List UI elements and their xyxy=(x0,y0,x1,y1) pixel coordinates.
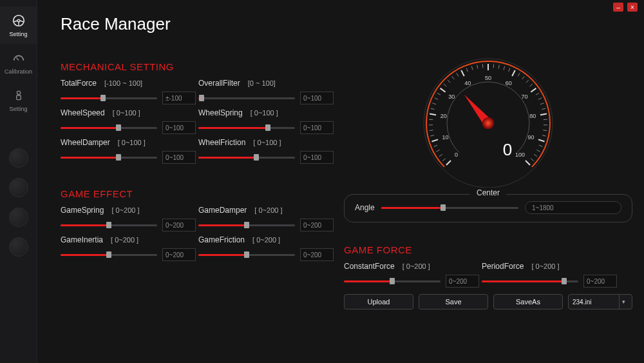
file-select-value: 234.ini xyxy=(573,299,591,306)
gamedamper-slider[interactable] xyxy=(198,220,295,230)
wheelspeed-slider[interactable] xyxy=(61,123,157,133)
wheelspeed-input[interactable]: 0~100 xyxy=(162,121,196,134)
gamefriction-range: [ 0~200 ] xyxy=(252,236,280,244)
wheeldamper-range: [ 0~100 ] xyxy=(118,139,146,146)
saveas-button[interactable]: SaveAs xyxy=(493,294,563,309)
gamespring-range: [ 0~200 ] xyxy=(111,206,139,214)
svg-text:30: 30 xyxy=(448,93,455,100)
gameinertia-label: GameInertia xyxy=(61,235,103,244)
wheelspring-range: [ 0~100 ] xyxy=(251,109,278,117)
angle-input[interactable]: 1~1800 xyxy=(525,201,621,214)
svg-line-50 xyxy=(538,98,542,100)
gamespring-slider[interactable] xyxy=(61,220,157,230)
svg-line-24 xyxy=(440,88,446,92)
wheeldamper-slider[interactable] xyxy=(61,152,157,162)
profile-slot-3[interactable] xyxy=(9,208,28,227)
wheelspring-input[interactable]: 0~100 xyxy=(300,121,334,134)
gamedamper-label: GameDamper xyxy=(198,206,247,215)
totalforce-slider[interactable] xyxy=(61,93,157,103)
gamedamper-range: [ 0~200 ] xyxy=(254,206,282,214)
sidebar-tab-label: Setting xyxy=(9,106,27,112)
svg-line-57 xyxy=(543,130,547,131)
periodforce-input[interactable]: 0~200 xyxy=(583,275,617,288)
svg-text:90: 90 xyxy=(528,134,535,141)
svg-line-9 xyxy=(436,150,439,152)
mechanical-heading: MECHANICAL SETTING xyxy=(61,61,337,72)
file-select[interactable]: 234.ini ▾ xyxy=(568,294,632,309)
svg-text:0: 0 xyxy=(455,152,458,158)
svg-line-45 xyxy=(526,80,529,83)
constantforce-label: ConstantForce xyxy=(344,262,395,271)
gamedamper-input[interactable]: 0~200 xyxy=(300,219,334,231)
overallfilter-range: [0 ~ 100] xyxy=(248,79,276,87)
totalforce-range: [-100 ~ 100] xyxy=(104,79,142,87)
svg-text:40: 40 xyxy=(464,80,471,86)
profile-slot-1[interactable] xyxy=(9,148,28,168)
svg-line-2 xyxy=(16,57,19,61)
svg-line-51 xyxy=(540,103,544,104)
gameinertia-slider[interactable] xyxy=(61,250,157,260)
svg-line-28 xyxy=(457,73,459,76)
sidebar-tab-setting[interactable]: Setting xyxy=(0,6,37,44)
wheelfriction-range: [ 0~100 ] xyxy=(253,139,281,146)
sidebar-tab-calibration[interactable]: Calibration xyxy=(0,44,37,81)
sidebar-tab-label: Calibration xyxy=(5,68,32,75)
sidebar-tab-setting-2[interactable]: Setting xyxy=(0,81,37,119)
profile-slot-4[interactable] xyxy=(9,237,28,257)
svg-rect-4 xyxy=(16,95,21,100)
overallfilter-input[interactable]: 0~100 xyxy=(300,92,334,104)
svg-text:100: 100 xyxy=(515,152,525,158)
gameinertia-input[interactable]: 0~200 xyxy=(162,248,196,261)
svg-line-38 xyxy=(498,65,499,69)
wheelspeed-range: [ 0~100 ] xyxy=(113,109,140,117)
svg-line-34 xyxy=(482,64,483,68)
gauge-icon xyxy=(11,50,26,66)
wheeldamper-input[interactable]: 0~100 xyxy=(162,151,196,164)
angle-slider[interactable] xyxy=(381,202,518,213)
profile-slot-2[interactable] xyxy=(9,178,28,197)
gamespring-input[interactable]: 0~200 xyxy=(162,219,196,231)
svg-rect-3 xyxy=(17,91,20,94)
constantforce-range: [ 0~200 ] xyxy=(402,262,430,270)
svg-line-63 xyxy=(534,154,537,156)
svg-line-37 xyxy=(493,64,494,68)
gamefriction-slider[interactable] xyxy=(198,250,295,260)
svg-line-52 xyxy=(542,108,545,109)
svg-text:10: 10 xyxy=(442,134,448,141)
svg-line-13 xyxy=(430,135,434,136)
svg-line-42 xyxy=(512,70,515,76)
svg-text:60: 60 xyxy=(506,80,512,86)
svg-line-48 xyxy=(531,88,536,92)
wheelspeed-label: WheelSpeed xyxy=(61,108,105,117)
periodforce-slider[interactable] xyxy=(482,276,578,286)
svg-text:50: 50 xyxy=(485,75,491,81)
svg-line-30 xyxy=(461,70,464,76)
save-button[interactable]: Save xyxy=(419,294,488,309)
svg-line-61 xyxy=(539,145,543,146)
periodforce-range: [ 0~200 ] xyxy=(531,262,559,270)
upload-button[interactable]: Upload xyxy=(344,294,413,309)
svg-line-49 xyxy=(536,93,539,95)
svg-point-1 xyxy=(17,19,20,22)
constantforce-slider[interactable] xyxy=(344,276,440,286)
svg-line-21 xyxy=(435,98,438,100)
overallfilter-slider[interactable] xyxy=(198,93,295,103)
wheelfriction-slider[interactable] xyxy=(198,152,295,162)
wheelspring-slider[interactable] xyxy=(198,123,295,133)
angle-gauge: 01020304050607080901000 xyxy=(344,52,632,188)
steering-icon xyxy=(11,13,26,28)
svg-line-20 xyxy=(432,103,436,104)
constantforce-input[interactable]: 0~200 xyxy=(446,275,479,288)
page-title: Race Manager xyxy=(61,14,632,34)
gamefriction-input[interactable]: 0~200 xyxy=(300,248,334,261)
gameinertia-range: [ 0~200 ] xyxy=(111,236,138,244)
gamespring-label: GameSpring xyxy=(61,206,104,215)
svg-line-54 xyxy=(540,114,547,115)
svg-line-58 xyxy=(542,135,546,136)
wheelfriction-input[interactable]: 0~100 xyxy=(300,151,334,164)
wheelfriction-label: WheelFriction xyxy=(198,138,245,147)
svg-line-40 xyxy=(509,68,510,72)
sidebar-tab-label: Setting xyxy=(9,31,27,37)
totalforce-input[interactable]: ±-100 xyxy=(162,92,196,104)
overallfilter-label: OverallFilter xyxy=(198,79,240,88)
